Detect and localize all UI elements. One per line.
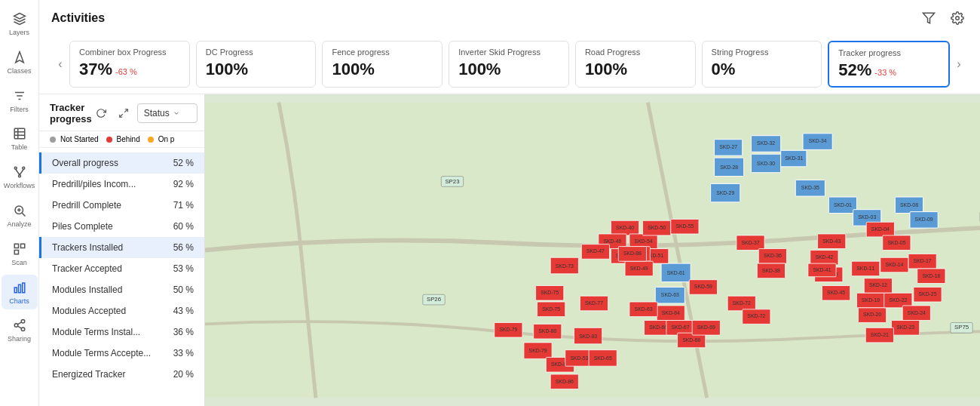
- svg-rect-117: [902, 306, 930, 321]
- sidebar-item-label-analyze: Analyze: [7, 220, 31, 229]
- progress-item-6[interactable]: Modules Installed 50 %: [39, 279, 204, 300]
- progress-item-10[interactable]: Energized Tracker 20 %: [39, 364, 204, 385]
- svg-line-14: [22, 213, 25, 216]
- svg-text:SP75: SP75: [954, 324, 969, 331]
- cards-prev-arrow[interactable]: ‹: [51, 55, 69, 73]
- progress-pct-0: 52 %: [173, 158, 194, 168]
- progress-pct-3: 60 %: [173, 221, 194, 232]
- status-label: Status: [144, 108, 170, 118]
- svg-rect-159: [581, 245, 609, 260]
- sidebar-item-table[interactable]: Table: [2, 121, 38, 156]
- header-icons: [918, 8, 968, 29]
- svg-rect-119: [892, 321, 920, 336]
- svg-rect-89: [757, 263, 785, 278]
- card-fence[interactable]: Fence progress 100%: [322, 41, 443, 88]
- layers-icon: [11, 11, 28, 27]
- progress-item-3[interactable]: Piles Complete 60 %: [39, 216, 204, 237]
- progress-label-4: Trackers Installed: [52, 242, 173, 253]
- header: Activities ‹: [39, 0, 980, 94]
- sidebar-item-label-workflows: Workflows: [4, 182, 35, 190]
- svg-rect-131: [727, 296, 755, 311]
- card-value-2: 100%: [332, 60, 374, 78]
- svg-rect-161: [495, 322, 522, 337]
- svg-rect-77: [671, 219, 699, 234]
- card-combiner-box[interactable]: Combiner box Progress 37% -63 %: [69, 41, 190, 88]
- sidebar-item-sharing[interactable]: Sharing: [2, 312, 38, 348]
- page-title: Activities: [51, 11, 105, 25]
- sidebar-item-analyze[interactable]: Analyze: [2, 198, 38, 233]
- progress-item-8[interactable]: Module Terms Instal... 36 %: [39, 321, 204, 343]
- card-inverter[interactable]: Inverter Skid Progress 100%: [449, 41, 569, 88]
- svg-rect-121: [865, 328, 893, 343]
- progress-item-7[interactable]: Modules Accepted 43 %: [39, 300, 204, 321]
- card-label-0: Combiner box Progress: [79, 48, 180, 57]
- svg-line-27: [17, 322, 21, 324]
- sidebar-item-classes[interactable]: Classes: [2, 45, 38, 80]
- svg-line-26: [17, 327, 21, 329]
- svg-rect-18: [20, 244, 24, 248]
- legend-not-started: Not Started: [50, 135, 99, 143]
- sidebar-item-charts[interactable]: Charts: [2, 275, 38, 310]
- svg-rect-151: [692, 321, 720, 336]
- card-string[interactable]: String Progress 0%: [702, 41, 822, 88]
- filter-icon[interactable]: [918, 8, 939, 29]
- sidebar-item-scan[interactable]: Scan: [2, 236, 38, 272]
- svg-rect-21: [18, 285, 20, 293]
- card-label-5: String Progress: [712, 48, 813, 57]
- svg-rect-20: [14, 288, 17, 293]
- svg-rect-163: [524, 343, 552, 359]
- svg-rect-95: [866, 222, 894, 237]
- sharing-icon: [11, 317, 28, 334]
- analyze-icon: [11, 202, 28, 219]
- progress-pct-2: 71 %: [173, 200, 194, 211]
- expand-icon[interactable]: [115, 104, 133, 122]
- svg-rect-65: [910, 212, 938, 229]
- content-area: Tracker progress Status: [39, 94, 980, 406]
- svg-rect-17: [14, 244, 18, 248]
- card-dc[interactable]: DC Progress 100%: [196, 41, 317, 88]
- svg-rect-169: [574, 328, 602, 344]
- card-label-6: Tracker progress: [838, 48, 939, 57]
- sidebar-item-layers[interactable]: Layers: [2, 6, 38, 42]
- svg-point-24: [14, 324, 18, 328]
- progress-item-4[interactable]: Trackers Installed 56 %: [39, 237, 204, 258]
- cards-next-arrow[interactable]: ›: [950, 55, 968, 73]
- map-area[interactable]: SP25 SP23 SP26 SP28 SP75 SKD-27 SKD: [205, 94, 980, 406]
- progress-item-0[interactable]: Overall progress 52 %: [39, 152, 204, 174]
- refresh-icon[interactable]: [92, 104, 110, 122]
- table-icon: [11, 125, 28, 142]
- svg-rect-47: [803, 134, 832, 150]
- svg-point-25: [21, 328, 25, 331]
- sidebar-item-filters[interactable]: Filters: [2, 83, 38, 118]
- svg-point-9: [22, 167, 24, 169]
- progress-pct-6: 50 %: [173, 285, 194, 295]
- svg-rect-67: [661, 263, 691, 281]
- sidebar-item-workflows[interactable]: Workflows: [2, 159, 38, 195]
- progress-label-0: Overall progress: [52, 158, 173, 168]
- progress-label-6: Modules Installed: [52, 285, 173, 295]
- svg-point-8: [14, 167, 17, 169]
- progress-item-5[interactable]: Tracker Accepted 53 %: [39, 258, 204, 279]
- settings-icon[interactable]: [947, 8, 968, 29]
- card-value-0: 37%: [79, 60, 112, 79]
- svg-rect-125: [808, 263, 836, 277]
- card-road[interactable]: Road Progress 100%: [575, 41, 696, 88]
- map-svg: SP25 SP23 SP26 SP28 SP75 SKD-27 SKD: [205, 94, 980, 406]
- progress-item-9[interactable]: Module Terms Accepte... 33 %: [39, 343, 204, 364]
- svg-point-23: [21, 320, 25, 324]
- status-dropdown[interactable]: Status: [137, 103, 198, 123]
- svg-rect-53: [781, 150, 807, 167]
- card-delta-6: -33 %: [874, 68, 896, 77]
- card-tracker[interactable]: Tracker progress 52% -33 %: [828, 41, 950, 88]
- legend-label-on-progress: On p: [158, 135, 175, 143]
- svg-line-11: [15, 169, 19, 175]
- panel-controls: Status: [92, 103, 198, 123]
- svg-rect-59: [828, 197, 856, 214]
- progress-pct-5: 53 %: [173, 263, 194, 274]
- progress-pct-4: 56 %: [173, 242, 194, 253]
- sidebar-item-label-sharing: Sharing: [8, 335, 31, 343]
- progress-item-2[interactable]: Predrill Complete 71 %: [39, 195, 204, 216]
- filters-icon: [11, 88, 28, 104]
- progress-item-1[interactable]: Predrill/piles Incom... 92 %: [39, 174, 204, 195]
- svg-point-10: [18, 175, 20, 177]
